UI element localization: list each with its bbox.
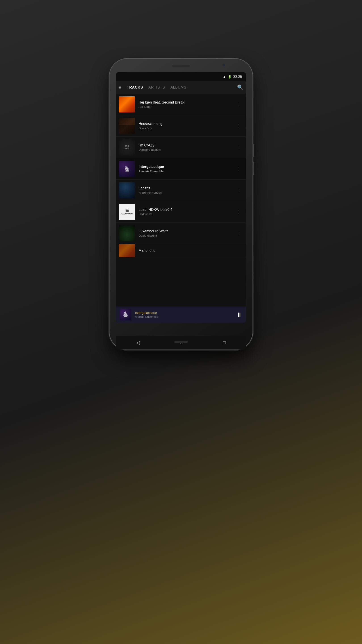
track-more-button[interactable]: ⋮ [235, 186, 243, 195]
track-info: I'm CrAZy Damiano Baldoni [139, 143, 235, 152]
phone-home-pill [174, 341, 188, 343]
tab-artists[interactable]: ARTISTS [147, 84, 167, 90]
track-name: I'm CrAZy [139, 143, 235, 147]
artwork-8 [119, 244, 135, 258]
track-info: Housewarming Glass Boy [139, 122, 235, 130]
track-name: Luxembourg Waltz [139, 229, 235, 233]
track-artwork [119, 244, 135, 258]
track-artwork [119, 118, 135, 134]
track-item[interactable]: Lanette H. Benne Hendon ⋮ [116, 180, 246, 201]
np-artwork [120, 309, 131, 320]
track-info: Marionette [139, 249, 243, 253]
track-artist: H. Benne Hendon [139, 191, 235, 194]
menu-icon[interactable]: ≡ [119, 85, 122, 90]
track-artist: Guido Gialdini [139, 234, 235, 237]
phone-screen: ▲ 🔋 22:25 ≡ TRACKS ARTISTS ALBUMS 🔍 [116, 72, 246, 323]
track-more-button[interactable]: ⋮ [235, 164, 243, 173]
track-artwork: OldBeat [119, 139, 135, 156]
track-info: Luxembourg Waltz Guido Gialdini [139, 229, 235, 237]
track-artist: Hadokowa [139, 212, 235, 216]
track-artist: Alaclair Ensemble [139, 170, 235, 173]
track-list[interactable]: Hej Igen [feat. Second Break] Ars Sonor … [116, 94, 246, 306]
np-artist: Alaclair Ensemble [135, 315, 236, 318]
track-more-button[interactable]: ⋮ [235, 143, 243, 152]
track-item-partial[interactable]: Marionette [116, 244, 246, 258]
phone-side-button-1 [253, 144, 254, 157]
track-artwork [119, 225, 135, 241]
track-info: Hej Igen [feat. Second Break] Ars Sonor [139, 100, 235, 108]
track-artist: Glass Boy [139, 126, 235, 130]
track-item[interactable]: Hej Igen [feat. Second Break] Ars Sonor … [116, 94, 246, 115]
track-artist: Ars Sonor [139, 105, 235, 108]
track-name: Intergalactique [139, 165, 235, 169]
np-artwork-image [120, 309, 131, 320]
track-item-playing[interactable]: Intergalactique Alaclair Ensemble ⋮ [116, 158, 246, 180]
home-button[interactable]: ○ [180, 340, 183, 346]
np-track-name: Intergalactique [135, 311, 236, 314]
track-more-button[interactable]: ⋮ [235, 122, 243, 130]
np-info: Intergalactique Alaclair Ensemble [135, 311, 236, 318]
track-info: Lanette H. Benne Hendon [139, 186, 235, 194]
track-name: Marionette [139, 249, 243, 253]
track-item[interactable]: 🎬 HADOKOWA Load. HDKW beta0.4 Hadokowa ⋮ [116, 201, 246, 222]
status-time: 22:25 [233, 75, 242, 79]
phone-earpiece [172, 65, 190, 67]
track-artist: Damiano Baldoni [139, 148, 235, 152]
track-name: Load. HDKW beta0.4 [139, 208, 235, 212]
track-info: Intergalactique Alaclair Ensemble [139, 165, 235, 173]
artwork-7 [119, 225, 135, 241]
search-icon[interactable]: 🔍 [237, 84, 243, 90]
track-info: Load. HDKW beta0.4 Hadokowa [139, 208, 235, 216]
artwork-4 [119, 161, 135, 177]
recents-button[interactable]: □ [223, 340, 226, 346]
track-more-button[interactable]: ⋮ [235, 100, 243, 109]
phone-shell: ▲ 🔋 22:25 ≡ TRACKS ARTISTS ALBUMS 🔍 [109, 59, 253, 350]
track-name: Lanette [139, 186, 235, 190]
phone-side-button-2 [253, 162, 254, 175]
track-artwork [119, 96, 135, 112]
wifi-icon: ▲ [223, 75, 226, 78]
artwork-6: 🎬 HADOKOWA [119, 204, 135, 220]
tab-albums[interactable]: ALBUMS [169, 84, 188, 90]
back-button[interactable]: ◁ [136, 340, 140, 346]
track-name: Hej Igen [feat. Second Break] [139, 100, 235, 104]
pause-button[interactable]: ⏸ [236, 311, 242, 318]
status-icons: ▲ 🔋 22:25 [223, 75, 242, 79]
android-nav-bar: ◁ ○ □ [116, 336, 246, 350]
track-name: Housewarming [139, 122, 235, 126]
now-playing-bar[interactable]: Intergalactique Alaclair Ensemble ⏸ [116, 306, 246, 323]
battery-icon: 🔋 [228, 75, 232, 78]
phone-camera [223, 64, 226, 67]
track-item[interactable]: Housewarming Glass Boy ⋮ [116, 115, 246, 137]
track-more-button[interactable]: ⋮ [235, 229, 243, 238]
tab-tracks[interactable]: TRACKS [125, 84, 145, 90]
artwork-3: OldBeat [119, 139, 135, 156]
track-artwork [119, 161, 135, 177]
track-more-button[interactable]: ⋮ [235, 207, 243, 216]
artwork-5 [119, 182, 135, 198]
track-item[interactable]: OldBeat I'm CrAZy Damiano Baldoni ⋮ [116, 137, 246, 158]
phone-device: ▲ 🔋 22:25 ≡ TRACKS ARTISTS ALBUMS 🔍 [109, 59, 253, 350]
track-item[interactable]: Luxembourg Waltz Guido Gialdini ⋮ [116, 222, 246, 244]
artwork-2 [119, 118, 135, 134]
toolbar: ≡ TRACKS ARTISTS ALBUMS 🔍 [116, 81, 246, 94]
track-artwork: 🎬 HADOKOWA [119, 204, 135, 220]
status-bar: ▲ 🔋 22:25 [116, 72, 246, 81]
artwork-1 [119, 96, 135, 112]
nav-tabs: TRACKS ARTISTS ALBUMS [125, 84, 237, 90]
track-artwork [119, 182, 135, 198]
